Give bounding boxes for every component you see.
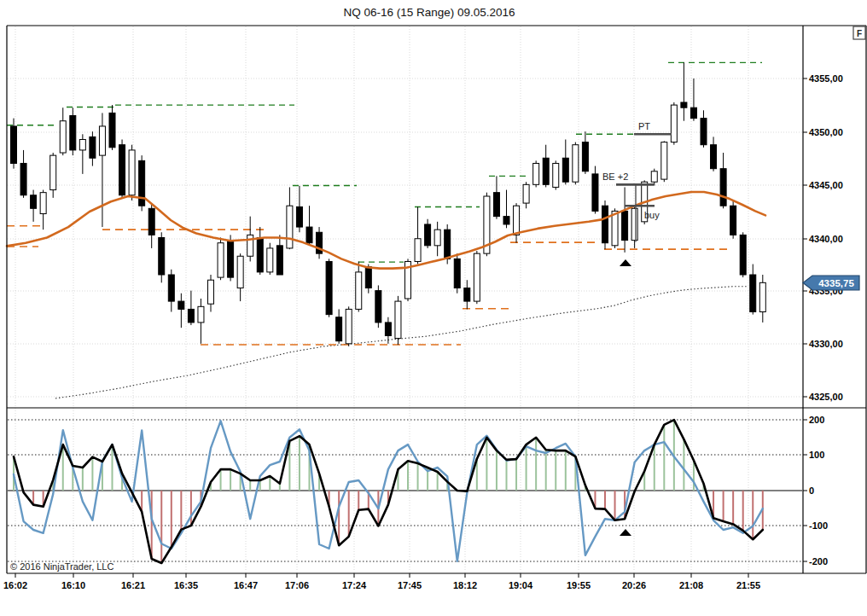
candle-bullish bbox=[50, 155, 56, 189]
candle-bearish bbox=[740, 235, 746, 275]
candle-bearish bbox=[582, 142, 588, 171]
candle-bearish bbox=[750, 275, 756, 312]
candle-bearish bbox=[365, 267, 371, 288]
candle-bearish bbox=[109, 113, 115, 147]
candle-bearish bbox=[711, 145, 717, 169]
candle-bearish bbox=[178, 301, 184, 309]
chart-title: NQ 06-16 (15 Range) 09.05.2016 bbox=[343, 6, 515, 19]
candle-bearish bbox=[730, 206, 736, 235]
candle-bearish bbox=[690, 108, 696, 118]
candle-bearish bbox=[622, 211, 628, 240]
candle-bearish bbox=[31, 195, 37, 209]
candle-bearish bbox=[296, 206, 302, 227]
chart-canvas: NQ 06-16 (15 Range) 09.05.2016 PTBE +2bu… bbox=[0, 0, 867, 616]
candle-bearish bbox=[681, 102, 687, 108]
last-price-tag-text: 4335,75 bbox=[818, 278, 854, 288]
candle-bearish bbox=[425, 224, 431, 246]
candle-bearish bbox=[257, 237, 263, 271]
candle-bullish bbox=[523, 184, 529, 203]
candle-bullish bbox=[661, 142, 667, 180]
chart-background bbox=[0, 0, 867, 616]
candle-bearish bbox=[148, 208, 154, 235]
candle-bearish bbox=[454, 259, 460, 288]
candle-bearish bbox=[562, 158, 568, 182]
buy-label: buy bbox=[644, 210, 660, 220]
candle-bullish bbox=[208, 280, 214, 304]
candle-bullish bbox=[533, 163, 539, 184]
candle-bullish bbox=[612, 211, 618, 245]
pt-label: PT bbox=[638, 121, 650, 131]
candle-bullish bbox=[514, 206, 520, 235]
focus-button-label: F bbox=[857, 29, 862, 38]
candle-bullish bbox=[346, 309, 352, 343]
candle-bearish bbox=[701, 119, 707, 145]
candle-bearish bbox=[592, 174, 598, 212]
candle-bearish bbox=[336, 317, 342, 341]
candle-bearish bbox=[385, 323, 391, 336]
candle-bullish bbox=[631, 208, 637, 240]
candle-bullish bbox=[395, 301, 401, 339]
candle-bearish bbox=[445, 230, 451, 259]
candle-bullish bbox=[671, 105, 677, 142]
candle-bearish bbox=[70, 116, 76, 150]
candle-bullish bbox=[267, 248, 273, 272]
candle-bearish bbox=[375, 291, 381, 323]
candle-bearish bbox=[119, 145, 125, 195]
candle-bearish bbox=[20, 163, 26, 195]
candle-bearish bbox=[168, 275, 174, 301]
candle-bearish bbox=[306, 227, 312, 243]
candle-bearish bbox=[493, 193, 499, 217]
candle-bullish bbox=[474, 253, 480, 301]
price-axis-drag-area[interactable] bbox=[803, 26, 866, 573]
candle-bullish bbox=[573, 145, 579, 183]
ninjatrader-chart-window: NQ 06-16 (15 Range) 09.05.2016 PTBE +2bu… bbox=[0, 0, 867, 616]
candle-bullish bbox=[237, 256, 243, 288]
candle-bullish bbox=[759, 282, 765, 311]
candle-bearish bbox=[228, 241, 234, 278]
candle-bearish bbox=[602, 206, 608, 243]
candle-bullish bbox=[79, 139, 85, 149]
candle-bearish bbox=[720, 169, 726, 206]
breakeven-label: BE +2 bbox=[602, 171, 628, 182]
candle-bearish bbox=[464, 288, 470, 302]
candle-bullish bbox=[60, 121, 66, 153]
candle-bullish bbox=[651, 171, 657, 182]
candle-bullish bbox=[99, 126, 105, 155]
candle-bearish bbox=[543, 158, 549, 184]
candle-bearish bbox=[11, 126, 17, 164]
copyright-label: © 2016 NinjaTrader, LLC bbox=[10, 561, 113, 572]
candle-bearish bbox=[90, 137, 96, 158]
candle-bullish bbox=[415, 239, 421, 262]
candle-bullish bbox=[287, 206, 293, 248]
time-axis-drag-area[interactable] bbox=[7, 573, 803, 597]
candle-bullish bbox=[434, 230, 440, 246]
candle-bearish bbox=[276, 246, 282, 275]
candle-bullish bbox=[356, 272, 362, 310]
candle-bearish bbox=[188, 309, 194, 323]
focus-button[interactable]: F bbox=[853, 26, 865, 39]
last-price-tag: 4335,75 bbox=[803, 276, 859, 290]
candle-bullish bbox=[129, 150, 135, 195]
candle-bearish bbox=[503, 217, 509, 224]
candle-bullish bbox=[198, 306, 204, 323]
candle-bullish bbox=[218, 243, 224, 277]
candle-bullish bbox=[40, 193, 46, 214]
candle-bearish bbox=[159, 237, 165, 275]
candle-bullish bbox=[553, 163, 559, 187]
candle-bearish bbox=[326, 261, 332, 314]
